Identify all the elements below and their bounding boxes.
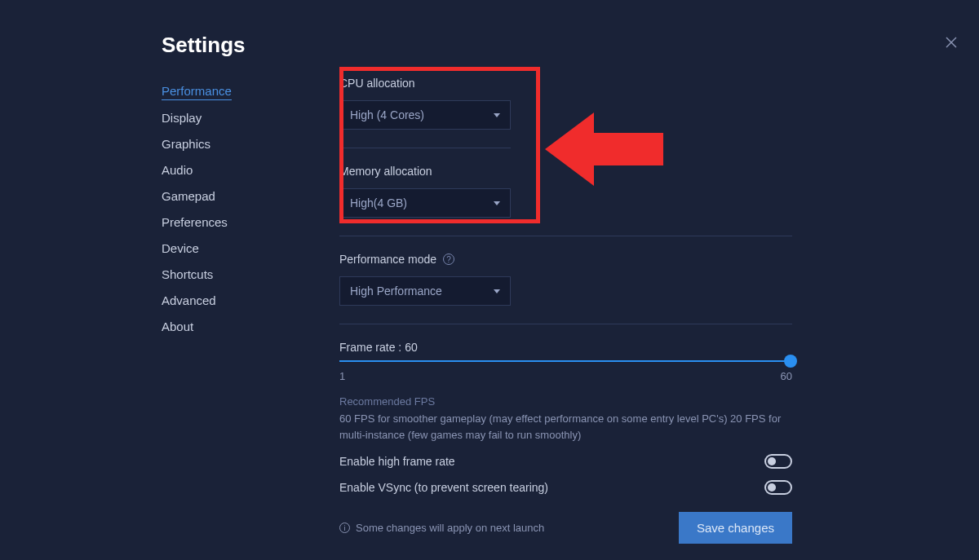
slider-thumb[interactable] [784, 355, 797, 368]
sidebar-item-preferences[interactable]: Preferences [162, 214, 292, 231]
cpu-allocation-select[interactable]: High (4 Cores) [339, 100, 511, 130]
sidebar-item-audio[interactable]: Audio [162, 161, 292, 179]
footer-note-text: Some changes will apply on next launch [356, 522, 544, 534]
info-icon: i [339, 523, 350, 533]
chevron-down-icon [494, 113, 500, 117]
vsync-label: Enable VSync (to prevent screen tearing) [339, 481, 548, 494]
recommended-fps-title: Recommended FPS [339, 395, 792, 408]
toggle-knob [768, 457, 776, 465]
save-changes-button[interactable]: Save changes [679, 512, 792, 544]
help-icon[interactable]: ? [443, 254, 454, 265]
frame-rate-min: 1 [339, 370, 345, 382]
annotation-arrow-icon [545, 104, 667, 194]
sidebar-item-device[interactable]: Device [162, 240, 292, 257]
memory-allocation-value: High(4 GB) [350, 196, 407, 209]
sidebar-item-display[interactable]: Display [162, 109, 292, 126]
performance-mode-label: Performance mode [339, 253, 436, 266]
high-frame-rate-toggle[interactable] [764, 454, 792, 469]
high-frame-rate-label: Enable high frame rate [339, 455, 455, 468]
chevron-down-icon [494, 289, 500, 293]
sidebar-item-performance[interactable]: Performance [162, 82, 232, 100]
sidebar-item-advanced[interactable]: Advanced [162, 292, 292, 309]
performance-mode-select[interactable]: High Performance [339, 276, 511, 306]
svg-marker-2 [545, 112, 663, 186]
sidebar-nav: Performance Display Graphics Audio Gamep… [162, 82, 292, 335]
sidebar-item-about[interactable]: About [162, 318, 292, 335]
sidebar-item-graphics[interactable]: Graphics [162, 135, 292, 152]
frame-rate-slider[interactable] [339, 360, 792, 362]
divider [339, 148, 511, 148]
divider [339, 324, 792, 324]
cpu-allocation-label: CPU allocation [339, 77, 979, 90]
frame-rate-label: Frame rate : 60 [339, 341, 792, 354]
sidebar-item-shortcuts[interactable]: Shortcuts [162, 266, 292, 283]
page-title: Settings [162, 33, 292, 58]
chevron-down-icon [494, 201, 500, 205]
cpu-allocation-value: High (4 Cores) [350, 108, 424, 121]
vsync-toggle[interactable] [764, 480, 792, 495]
performance-mode-value: High Performance [350, 284, 442, 298]
divider [339, 236, 792, 236]
memory-allocation-select[interactable]: High(4 GB) [339, 188, 511, 218]
toggle-knob [768, 483, 776, 492]
recommended-fps-text: 60 FPS for smoother gameplay (may effect… [339, 411, 792, 443]
sidebar-item-gamepad[interactable]: Gamepad [162, 187, 292, 205]
frame-rate-max: 60 [781, 370, 792, 382]
